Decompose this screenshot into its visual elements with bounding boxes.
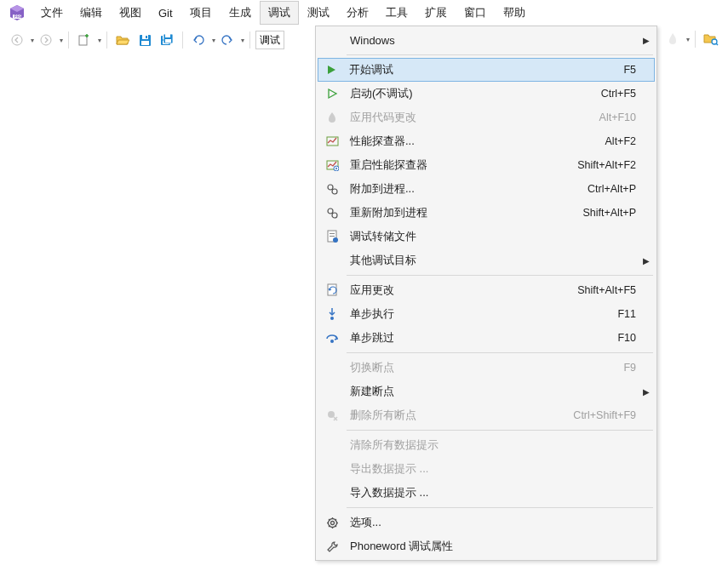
menu-window[interactable]: 窗口 (456, 1, 495, 25)
menu-project[interactable]: 项目 (181, 1, 221, 25)
svg-rect-6 (141, 41, 149, 45)
blank-icon (321, 358, 343, 377)
menu-item-shortcut: F11 (617, 308, 651, 320)
blank-icon (321, 382, 343, 401)
svg-point-28 (330, 317, 334, 320)
redo-button[interactable] (217, 30, 238, 50)
toolbar-separator (106, 31, 107, 49)
menu-git[interactable]: Git (150, 3, 181, 24)
perf-restart-icon (321, 156, 343, 174)
debug-menu-dropdown: Windows▶开始调试F5启动(不调试)Ctrl+F5应用代码更改Alt+F1… (315, 26, 657, 561)
submenu-arrow-icon: ▶ (643, 36, 650, 45)
dropdown-arrow-icon[interactable]: ▾ (60, 37, 63, 44)
toolbar-right: ▾ (662, 29, 721, 49)
menu-item[interactable]: 附加到进程...Ctrl+Alt+P (318, 177, 655, 201)
menu-item: 删除所有断点Ctrl+Shift+F9 (318, 403, 655, 427)
blank-icon (321, 31, 343, 49)
menu-item[interactable]: 选项... (318, 511, 655, 534)
open-button[interactable] (112, 30, 133, 50)
nav-forward-button[interactable] (36, 30, 56, 50)
step-over-icon (321, 328, 343, 347)
svg-rect-25 (330, 236, 335, 237)
menu-debug[interactable]: 调试 (260, 1, 299, 25)
menubar: PRE 文件 编辑 视图 Git 项目 生成 调试 测试 分析 工具 扩展 窗口… (0, 0, 728, 26)
save-all-button[interactable] (157, 30, 177, 50)
menu-analyze[interactable]: 分析 (338, 1, 377, 25)
menu-item[interactable]: 新建断点▶ (318, 380, 655, 403)
dropdown-arrow-icon[interactable]: ▾ (212, 37, 215, 44)
svg-rect-8 (146, 36, 147, 38)
menu-item[interactable]: 性能探查器...Alt+F2 (318, 129, 655, 153)
config-combo[interactable]: 调试 (255, 31, 284, 49)
menu-item-shortcut: Alt+F2 (605, 135, 651, 147)
menu-item[interactable]: 其他调试目标▶ (318, 249, 655, 272)
svg-point-2 (12, 35, 22, 45)
svg-rect-13 (165, 39, 171, 43)
menu-item[interactable]: 调试转储文件 (318, 225, 655, 249)
menu-item-label: 清除所有数据提示 (343, 437, 651, 453)
menu-item-label: 应用更改 (343, 283, 577, 298)
config-combo-text: 调试 (260, 33, 280, 48)
menu-item: 导出数据提示 ... (318, 457, 655, 481)
dropdown-arrow-icon[interactable]: ▾ (686, 36, 690, 43)
play-green-icon (320, 60, 342, 79)
folder-search-icon[interactable] (701, 29, 721, 49)
menu-item-label: 重启性能探查器 (343, 157, 577, 173)
submenu-arrow-icon: ▶ (643, 256, 650, 266)
menu-item[interactable]: 开始调试F5 (318, 58, 655, 82)
menu-item[interactable]: Phoneword 调试属性 (318, 534, 655, 558)
menu-item-label: 删除所有断点 (343, 408, 573, 423)
new-item-button[interactable] (74, 30, 95, 50)
dropdown-arrow-icon[interactable]: ▾ (241, 37, 244, 44)
undo-button[interactable] (188, 30, 209, 50)
menu-item-label: 开始调试 (342, 62, 623, 77)
svg-point-32 (330, 521, 334, 524)
perf-icon (321, 132, 343, 151)
dropdown-arrow-icon[interactable]: ▾ (31, 37, 34, 44)
blank-icon (321, 483, 343, 502)
menu-item[interactable]: 导入数据提示 ... (318, 481, 655, 505)
save-button[interactable] (135, 30, 155, 50)
menu-item[interactable]: 重新附加到进程Shift+Alt+P (318, 201, 655, 225)
attach-icon (321, 180, 343, 198)
menu-item[interactable]: 重启性能探查器Shift+Alt+F2 (318, 153, 655, 177)
menu-item-label: 导入数据提示 ... (343, 485, 651, 500)
menu-item-shortcut: Ctrl+Alt+P (588, 183, 651, 195)
menu-separator (347, 275, 653, 276)
dropdown-arrow-icon[interactable]: ▾ (98, 37, 101, 44)
menu-item-shortcut: F10 (617, 332, 651, 344)
menu-view[interactable]: 视图 (111, 1, 150, 25)
dump-icon (321, 227, 343, 246)
menu-edit[interactable]: 编辑 (72, 1, 111, 25)
menu-item[interactable]: 启动(不调试)Ctrl+F5 (318, 82, 655, 106)
menu-separator (347, 430, 653, 431)
svg-point-29 (330, 340, 334, 343)
menu-item-label: 附加到进程... (343, 181, 588, 197)
menu-extensions[interactable]: 扩展 (416, 1, 456, 25)
svg-point-3 (41, 35, 51, 45)
play-outline-icon (321, 84, 343, 103)
menu-build[interactable]: 生成 (221, 1, 260, 25)
menu-item-label: Windows (343, 34, 651, 47)
menu-help[interactable]: 帮助 (495, 1, 534, 25)
menu-test[interactable]: 测试 (299, 1, 338, 25)
menu-file[interactable]: 文件 (32, 1, 72, 25)
nav-back-button[interactable] (7, 30, 27, 50)
menu-item[interactable]: 单步执行F11 (318, 302, 655, 326)
menu-item[interactable]: Windows▶ (318, 28, 655, 52)
menu-item[interactable]: 应用更改Shift+Alt+F5 (318, 278, 655, 302)
flame-icon (321, 108, 343, 127)
menu-item-label: 单步执行 (343, 306, 617, 322)
menu-item-label: Phoneword 调试属性 (343, 539, 651, 554)
svg-rect-14 (165, 34, 170, 37)
svg-rect-24 (330, 233, 335, 234)
flame-icon[interactable] (662, 29, 683, 49)
blank-icon (321, 436, 343, 454)
menu-item[interactable]: 单步跳过F10 (318, 326, 655, 350)
menu-item-shortcut: Shift+Alt+P (582, 207, 651, 219)
menu-item-shortcut: Alt+F10 (599, 111, 651, 123)
menu-tools[interactable]: 工具 (377, 1, 416, 25)
menu-separator (347, 507, 653, 508)
menu-separator (347, 54, 653, 55)
menu-item-label: 重新附加到进程 (343, 205, 582, 220)
